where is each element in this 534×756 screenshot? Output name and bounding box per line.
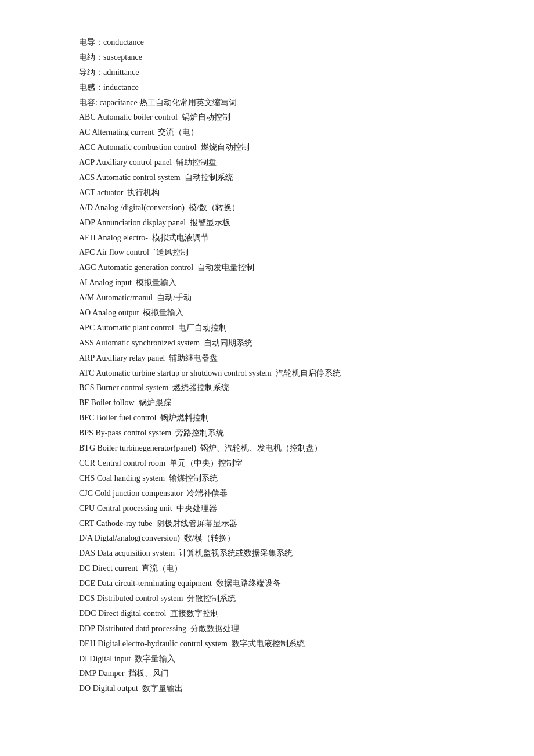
list-item: ABC Automatic boiler control 锅炉自动控制 (79, 110, 455, 125)
list-item: BFC Boiler fuel control 锅炉燃料控制 (79, 411, 455, 426)
content-area: 电导：conductance电纳：susceptance导纳：admittanc… (79, 35, 455, 696)
list-item: A/D Analog /digital(conversion) 模/数（转换） (79, 200, 455, 215)
list-item: AI Analog input 模拟量输入 (79, 275, 455, 290)
list-item: ADP Annunciation display panel 报警显示板 (79, 215, 455, 231)
list-item: 导纳：admittance (79, 65, 455, 80)
list-item: BF Boiler follow 锅炉跟踪 (79, 395, 455, 411)
list-item: DO Digital output 数字量输出 (79, 681, 455, 696)
list-item: DAS Data acquisition system 计算机监视系统或数据采集… (79, 546, 455, 561)
list-item: BCS Burner control system 燃烧器控制系统 (79, 380, 455, 395)
list-item: DEH Digital electro-hydraulic control sy… (79, 636, 455, 651)
list-item: CCR Central control room 单元（中央）控制室 (79, 456, 455, 471)
list-item: AO Analog output 模拟量输入 (79, 305, 455, 321)
list-item: ACT actuator 执行机构 (79, 185, 455, 200)
list-item: 电导：conductance (79, 35, 455, 50)
list-item: BTG Boiler turbinegenerator(panel) 锅炉、汽轮… (79, 441, 455, 456)
list-item: BPS By-pass control system 旁路控制系统 (79, 426, 455, 441)
list-item: AEH Analog electro- 模拟式电液调节 (79, 231, 455, 246)
list-item: DDC Direct digital control 直接数字控制 (79, 606, 455, 621)
list-item: AFC Air flow control `送风控制 (79, 245, 455, 260)
list-item: AGC Automatic generation control 自动发电量控制 (79, 260, 455, 275)
list-item: ACC Automatic combustion control 燃烧自动控制 (79, 140, 455, 155)
list-item: DCE Data circuit-terminating equipment 数… (79, 576, 455, 591)
list-item: A/M Automatic/manul 自动/手动 (79, 290, 455, 305)
list-item: 电感：inductance (79, 80, 455, 95)
list-item: DC Direct current 直流（电） (79, 561, 455, 576)
list-item: ACP Auxiliary control panel 辅助控制盘 (79, 155, 455, 170)
list-item: CHS Coal handing system 输煤控制系统 (79, 471, 455, 486)
list-item: 电纳：susceptance (79, 50, 455, 65)
list-item: ATC Automatic turbine startup or shutdow… (79, 366, 455, 381)
list-item: DCS Distributed control system 分散控制系统 (79, 591, 455, 606)
list-item: DDP Distributed datd processing 分散数据处理 (79, 621, 455, 636)
list-item: D/A Digtal/analog(conversion) 数/模（转换） (79, 531, 455, 546)
list-item: DI Digital input 数字量输入 (79, 651, 455, 667)
list-item: ASS Automatic synchronized system 自动同期系统 (79, 336, 455, 351)
list-item: CJC Cold junction compensator 冷端补偿器 (79, 486, 455, 501)
list-item: AC Alternating current 交流（电） (79, 125, 455, 140)
list-item: APC Automatic plant control 电厂自动控制 (79, 321, 455, 336)
list-item: ACS Automatic control system 自动控制系统 (79, 170, 455, 185)
list-item: ARP Auxiliary relay panel 辅助继电器盘 (79, 351, 455, 366)
list-item: CRT Cathode-ray tube 阴极射线管屏幕显示器 (79, 516, 455, 531)
list-item: DMP Damper 挡板、风门 (79, 666, 455, 681)
list-item: CPU Central processing unit 中央处理器 (79, 501, 455, 516)
list-item: 电容: capacitance 热工自动化常用英文缩写词 (79, 95, 455, 110)
